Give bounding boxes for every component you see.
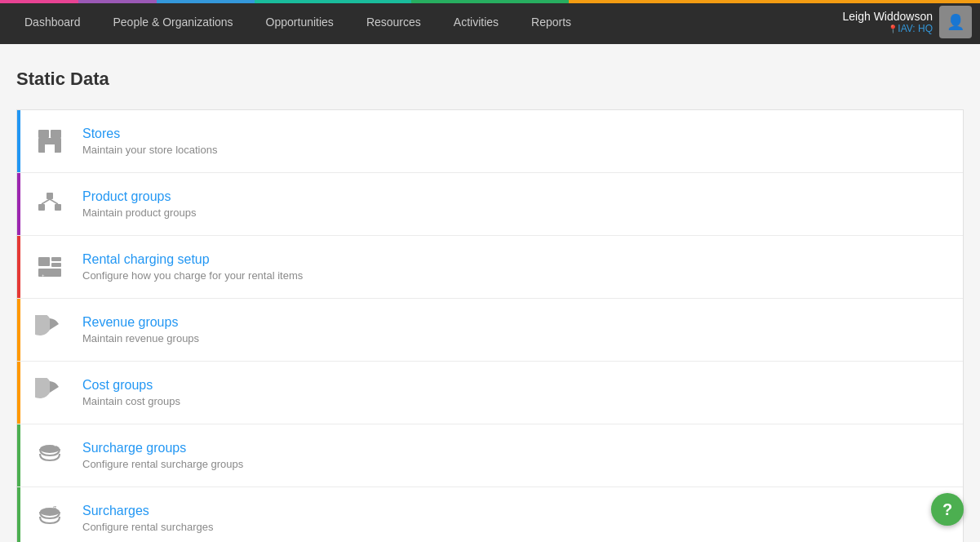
nav-user-location: IAV: HQ [842,23,933,34]
list-item-product-groups[interactable]: Product groups Maintain product groups [17,173,963,236]
list-item-stores[interactable]: Stores Maintain your store locations [17,110,963,173]
rental-charging-text: Rental charging setup Configure how you … [82,252,950,282]
accent-bar [17,424,20,486]
nav-user: Leigh Widdowson IAV: HQ 👤 [842,6,972,38]
svg-rect-9 [38,257,50,266]
svg-rect-11 [51,263,61,267]
list-item-rental-charging[interactable]: + Rental charging setup Configure how yo… [17,236,963,299]
top-nav: Dashboard People & Organizations Opportu… [0,0,980,44]
nav-item-activities[interactable]: Activities [437,0,515,44]
nav-item-resources[interactable]: Resources [350,0,437,44]
list-item-revenue-groups[interactable]: Revenue groups Maintain revenue groups [17,299,963,362]
rental-charging-title: Rental charging setup [82,252,950,267]
svg-rect-10 [51,257,61,261]
nav-user-name: Leigh Widdowson [842,10,933,23]
accent-bar [17,110,20,172]
revenue-groups-title: Revenue groups [82,315,950,330]
accent-bar [17,362,20,424]
cost-groups-icon-box [30,373,69,412]
product-groups-icon [35,189,64,219]
color-bar [0,0,980,3]
product-groups-subtitle: Maintain product groups [82,207,950,219]
surcharge-groups-text: Surcharge groups Configure rental surcha… [82,441,950,470]
svg-text:+: + [42,273,45,278]
surcharge-groups-icon-box: + [30,436,69,475]
accent-bar [17,236,20,298]
avatar: 👤 [939,6,972,38]
surcharges-subtitle: Configure rental surcharges [82,521,950,533]
rental-charging-icon: + [35,252,64,282]
svg-text:+: + [53,442,57,449]
rental-charging-icon-box: + [30,247,69,287]
nav-user-info: Leigh Widdowson IAV: HQ [842,10,933,34]
list-item-surcharges[interactable]: $ Surcharges Configure rental surcharges [17,487,963,542]
cost-groups-title: Cost groups [82,378,950,393]
svg-line-8 [50,199,58,204]
revenue-groups-subtitle: Maintain revenue groups [82,332,950,344]
svg-rect-5 [38,204,45,211]
accent-bar [17,487,20,542]
surcharges-icon: $ [35,504,64,533]
product-groups-icon-box [30,184,69,224]
list-item-surcharge-groups[interactable]: + Surcharge groups Configure rental surc… [17,424,963,487]
stores-subtitle: Maintain your store locations [82,144,950,156]
svg-rect-2 [51,130,61,138]
product-groups-title: Product groups [82,189,950,204]
surcharges-icon-box: $ [30,499,69,538]
rental-charging-subtitle: Configure how you charge for your rental… [82,269,950,282]
list-item-cost-groups[interactable]: Cost groups Maintain cost groups [17,362,963,424]
help-button[interactable]: ? [931,493,964,526]
cost-groups-text: Cost groups Maintain cost groups [82,378,950,407]
nav-item-dashboard[interactable]: Dashboard [8,0,97,44]
menu-list: Stores Maintain your store locations Pro… [16,109,964,542]
cost-groups-icon [35,378,64,407]
surcharge-groups-icon: + [35,441,64,470]
stores-icon [35,127,64,156]
nav-item-opportunities[interactable]: Opportunities [250,0,350,44]
stores-title: Stores [82,127,950,141]
surcharge-groups-title: Surcharge groups [82,441,950,455]
accent-bar [17,173,20,235]
revenue-groups-text: Revenue groups Maintain revenue groups [82,315,950,344]
page-content: Static Data Stores Maintain your store l… [0,44,980,542]
page-title: Static Data [16,69,964,90]
stores-text: Stores Maintain your store locations [82,127,950,156]
svg-text:$: $ [53,504,57,512]
svg-rect-4 [47,193,53,199]
surcharge-groups-subtitle: Configure rental surcharge groups [82,458,950,470]
nav-item-reports[interactable]: Reports [515,0,588,44]
svg-rect-3 [45,144,55,153]
nav-item-people[interactable]: People & Organizations [97,0,250,44]
nav-items: Dashboard People & Organizations Opportu… [8,0,842,44]
surcharges-text: Surcharges Configure rental surcharges [82,504,950,533]
accent-bar [17,299,20,361]
svg-line-7 [42,199,50,204]
surcharges-title: Surcharges [82,504,950,518]
cost-groups-subtitle: Maintain cost groups [82,395,950,407]
stores-icon-box [30,122,69,161]
svg-rect-6 [55,204,61,211]
revenue-groups-icon-box [30,310,69,349]
product-groups-text: Product groups Maintain product groups [82,189,950,219]
svg-rect-1 [38,130,49,138]
revenue-groups-icon [35,315,64,344]
